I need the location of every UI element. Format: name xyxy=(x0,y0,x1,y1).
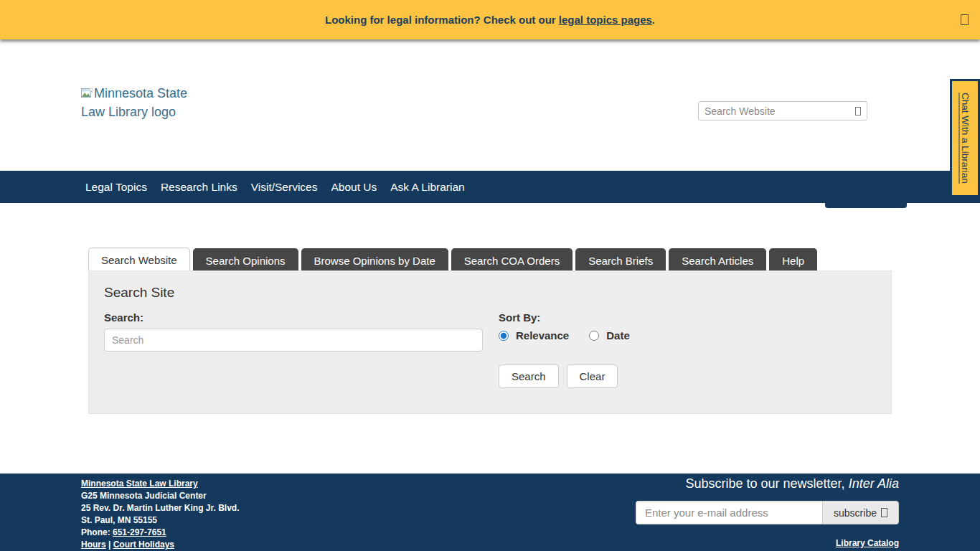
tab-search-opinions[interactable]: Search Opinions xyxy=(193,248,298,273)
clear-button[interactable]: Clear xyxy=(567,364,618,388)
site-search-input[interactable] xyxy=(699,102,855,120)
footer-hours-line: Hours | Court Holidays xyxy=(81,539,240,551)
phone-label: Phone: xyxy=(81,527,113,537)
logo-alt-line1: Minnesota State xyxy=(81,85,187,103)
broken-image-icon xyxy=(81,86,93,103)
library-catalog-link[interactable]: Library Catalog xyxy=(836,538,899,548)
tab-search-website[interactable]: Search Website xyxy=(88,248,190,273)
tab-browse-opinions-by-date[interactable]: Browse Opinions by Date xyxy=(301,248,448,273)
footer-address-line3: St. Paul, MN 55155 xyxy=(81,514,240,527)
newsletter-email-input[interactable] xyxy=(636,501,822,524)
site-footer: Minnesota State Law Library G25 Minnesot… xyxy=(0,474,980,551)
close-icon[interactable] xyxy=(961,14,969,25)
chat-with-librarian-label: Chat With a Librarian xyxy=(960,93,971,184)
panel-buttons: Search Clear xyxy=(499,364,618,388)
sort-relevance-label[interactable]: Relevance xyxy=(516,329,569,342)
hours-link[interactable]: Hours xyxy=(81,540,106,550)
footer-library-link[interactable]: Minnesota State Law Library xyxy=(81,479,198,489)
sort-options: Relevance Date xyxy=(499,329,630,342)
sort-by-label: Sort By: xyxy=(499,311,540,324)
logo-alt-line2: Law Library logo xyxy=(81,103,187,121)
nav-item-visit-services[interactable]: Visit/Services xyxy=(251,181,318,194)
alert-text-after: . xyxy=(652,14,655,26)
nav-item-ask-a-librarian[interactable]: Ask A Librarian xyxy=(390,181,464,194)
newsletter-name: Inter Alia xyxy=(849,476,899,491)
main-navbar: Legal Topics Research Links Visit/Servic… xyxy=(0,171,980,203)
court-holidays-link[interactable]: Court Holidays xyxy=(113,540,174,550)
sort-date-label[interactable]: Date xyxy=(606,329,630,342)
subscribe-group: subscribe xyxy=(636,501,899,524)
panel-title: Search Site xyxy=(104,285,174,301)
tab-search-coa-orders[interactable]: Search COA Orders xyxy=(451,248,573,273)
footer-address-line2: 25 Rev. Dr. Martin Luther King Jr. Blvd. xyxy=(81,502,240,514)
tab-search-briefs[interactable]: Search Briefs xyxy=(575,248,666,273)
search-site-panel: Search Site Search: Sort By: Relevance D… xyxy=(88,270,892,414)
tab-help[interactable]: Help xyxy=(769,248,817,273)
subscribe-arrow-icon xyxy=(881,508,887,517)
footer-address-line1: G25 Minnesota Judicial Center xyxy=(81,490,240,502)
sort-date-radio[interactable] xyxy=(589,331,599,341)
legal-topics-link[interactable]: legal topics pages xyxy=(559,14,652,26)
newsletter-heading-prefix: Subscribe to our newsletter, xyxy=(686,476,849,491)
phone-link[interactable]: 651-297-7651 xyxy=(113,527,166,537)
nav-item-about-us[interactable]: About Us xyxy=(331,181,377,194)
footer-address: Minnesota State Law Library G25 Minnesot… xyxy=(81,478,240,551)
search-input[interactable] xyxy=(104,329,483,352)
site-header: Minnesota State Law Library logo How do … xyxy=(0,39,980,171)
subscribe-button-label: subscribe xyxy=(834,507,877,519)
alert-text-before: Looking for legal information? Check out… xyxy=(325,14,559,26)
search-icon[interactable] xyxy=(855,107,861,116)
search-field-label: Search: xyxy=(104,311,143,324)
footer-phone-line: Phone: 651-297-7651 xyxy=(81,527,240,539)
chat-with-librarian-tab[interactable]: Chat With a Librarian xyxy=(950,79,980,197)
nav-item-research-links[interactable]: Research Links xyxy=(161,181,237,194)
newsletter-heading: Subscribe to our newsletter, Inter Alia xyxy=(686,476,900,491)
site-logo-broken-image[interactable]: Minnesota State Law Library logo xyxy=(81,85,187,121)
hours-separator: | xyxy=(106,540,113,550)
nav-item-legal-topics[interactable]: Legal Topics xyxy=(85,181,147,194)
alert-banner: Looking for legal information? Check out… xyxy=(0,0,980,39)
alert-banner-text: Looking for legal information? Check out… xyxy=(325,14,655,26)
page: Looking for legal information? Check out… xyxy=(0,0,980,551)
site-search-box xyxy=(698,101,867,121)
search-button[interactable]: Search xyxy=(499,364,559,388)
search-tab-strip: Search Website Search Opinions Browse Op… xyxy=(88,248,817,273)
subscribe-button[interactable]: subscribe xyxy=(822,501,899,524)
tab-search-articles[interactable]: Search Articles xyxy=(669,248,766,273)
sort-relevance-radio[interactable] xyxy=(499,331,509,341)
